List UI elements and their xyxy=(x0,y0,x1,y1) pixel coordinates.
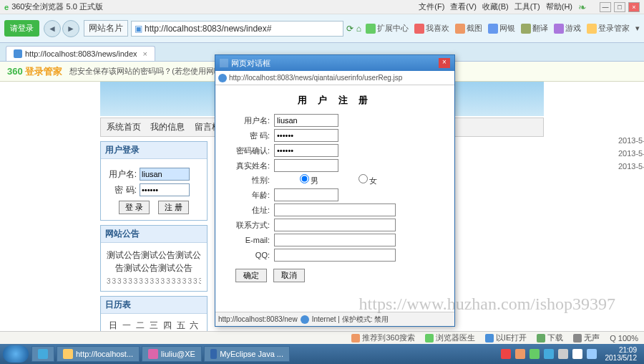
chevron-down-icon: ▾ xyxy=(635,24,640,33)
skin-icon[interactable]: ❧ xyxy=(578,1,587,13)
news-date-3: 2013-5-12 01:02:27 xyxy=(618,162,644,171)
pin-icon xyxy=(351,334,360,343)
refresh-button[interactable]: ⟳ xyxy=(346,24,353,34)
reg-contact-input[interactable] xyxy=(274,219,396,231)
system-tray: 21:09 2013/5/12 xyxy=(501,346,642,362)
tray-icon-3[interactable] xyxy=(530,349,540,359)
sb-zoom[interactable]: Q 100% xyxy=(610,334,638,343)
login-panel: 用户登录 用户名: 密 码: 登 录 注 册 xyxy=(100,141,208,221)
nav-back-button[interactable]: ◄ xyxy=(44,20,61,37)
login-register-button[interactable]: 注 册 xyxy=(158,201,189,214)
reg-age-input[interactable] xyxy=(274,188,338,201)
sb-doctor[interactable]: 浏览器医生 xyxy=(425,332,475,343)
sb-mute[interactable]: 无声 xyxy=(573,332,600,343)
task-eclipse[interactable]: MyEclipse Java ... xyxy=(204,346,290,362)
reg-cancel-button[interactable]: 取消 xyxy=(273,269,305,282)
maximize-button[interactable]: □ xyxy=(614,2,625,12)
reg-gender-male-radio[interactable] xyxy=(300,174,309,183)
dialog-status-url: http://localhost:8083/new xyxy=(218,315,298,323)
browser-statusbar: 推荐到360搜索 浏览器医生 以IE打开 下载 无声 Q 100% xyxy=(0,331,644,344)
minimize-button[interactable]: — xyxy=(600,2,611,12)
start-button[interactable] xyxy=(3,345,29,363)
menu-file[interactable]: 文件(F) xyxy=(419,1,444,12)
reg-gender-male[interactable]: 男 xyxy=(274,174,323,186)
login-panel-header: 用户登录 xyxy=(101,142,207,159)
tray-icon-5[interactable] xyxy=(558,349,568,359)
ext-center-button[interactable]: 扩展中心 xyxy=(366,23,409,34)
sb-download[interactable]: 下载 xyxy=(537,332,563,343)
reg-age-label: 年龄: xyxy=(225,190,274,201)
site-card-button[interactable]: 网站名片 xyxy=(84,20,128,37)
bank-button[interactable]: 网银 xyxy=(488,23,515,34)
nav-forward-button[interactable]: ► xyxy=(62,20,79,37)
translate-button[interactable]: 翻译 xyxy=(521,23,548,34)
reg-realname-input[interactable] xyxy=(274,159,338,172)
more-tools-button[interactable]: ▾ xyxy=(635,24,640,33)
task-ie[interactable] xyxy=(31,346,54,362)
reg-gender-female-radio[interactable] xyxy=(358,174,368,183)
reg-contact-label: 联系方式: xyxy=(225,220,274,231)
tab-label: http://localhost:8083/news/index xyxy=(25,49,137,58)
dialog-close-button[interactable]: × xyxy=(439,58,450,68)
reg-confirm-label: 密码确认: xyxy=(225,145,274,156)
menu-tool[interactable]: 工具(T) xyxy=(514,1,540,12)
login-user-input[interactable] xyxy=(140,168,190,181)
calendar-weekdays: 日一二三四五六 xyxy=(107,320,201,332)
tab-close-icon[interactable]: × xyxy=(143,49,147,58)
game-button[interactable]: 游戏 xyxy=(554,23,581,34)
task-browser[interactable]: http://localhost... xyxy=(57,346,140,362)
reg-pass-input[interactable] xyxy=(274,129,338,142)
address-bar[interactable]: ▣ http://localhost:8083/news/index# xyxy=(131,21,343,37)
login-submit-button[interactable]: 登 录 xyxy=(119,201,150,214)
browser-login-button[interactable]: 请登录 xyxy=(4,20,39,37)
db-task-icon xyxy=(148,349,158,359)
tray-icon-1[interactable] xyxy=(501,349,511,359)
tray-icon-2[interactable] xyxy=(515,349,525,359)
browser-logo-icon: e xyxy=(4,3,9,11)
reg-qq-input[interactable] xyxy=(274,249,396,262)
reg-ok-button[interactable]: 确定 xyxy=(235,269,267,282)
menu-fav[interactable]: 收藏(B) xyxy=(482,1,509,12)
dialog-status-bar: http://localhost:8083/new Internet | 保护模… xyxy=(215,312,454,326)
dialog-titlebar[interactable]: 网页对话框 × xyxy=(215,55,454,71)
tray-icon-4[interactable] xyxy=(544,349,554,359)
tab-page-icon xyxy=(14,49,22,58)
close-button[interactable]: × xyxy=(628,2,640,12)
calendar-header: 日历表 xyxy=(101,297,207,314)
brand-360: 360 登录管家 xyxy=(7,65,62,78)
dialog-address-bar: http://localhost:8083/news/qiantai/useri… xyxy=(215,71,454,85)
like-button[interactable]: 我喜欢 xyxy=(414,23,449,34)
menu-help[interactable]: 帮助(H) xyxy=(546,1,572,12)
reg-confirm-input[interactable] xyxy=(274,144,338,157)
home-button[interactable]: ⌂ xyxy=(356,24,361,34)
reg-user-input[interactable] xyxy=(274,114,338,127)
dialog-status-zone: Internet | 保护模式: 禁用 xyxy=(312,315,389,325)
nav-myinfo[interactable]: 我的信息 xyxy=(150,122,185,132)
login-pass-input[interactable] xyxy=(140,183,190,196)
dialog-icon xyxy=(220,59,228,67)
menu-view[interactable]: 查看(V) xyxy=(450,1,477,12)
nav-home[interactable]: 系统首页 xyxy=(107,122,141,132)
address-text: http://localhost:8083/news/index# xyxy=(145,24,271,34)
register-dialog: 网页对话框 × http://localhost:8083/news/qiant… xyxy=(215,54,455,327)
reg-gender-female[interactable]: 女 xyxy=(333,174,381,186)
reg-addr-input[interactable] xyxy=(274,203,396,216)
sb-pin[interactable]: 推荐到360搜索 xyxy=(351,332,414,343)
doctor-icon xyxy=(425,334,434,343)
download-icon xyxy=(537,334,545,343)
screenshot-button[interactable]: 截图 xyxy=(455,23,482,34)
news-date-2: 2013-5-12 21:04:23 xyxy=(618,149,644,158)
login-pass-label: 密 码: xyxy=(107,184,137,196)
tray-icon-7[interactable] xyxy=(587,349,597,359)
dialog-url: http://localhost:8083/news/qiantai/useri… xyxy=(229,74,402,82)
login-mgr-button[interactable]: 登录管家 xyxy=(587,23,630,34)
page-icon: ▣ xyxy=(135,24,142,34)
tab-active[interactable]: http://localhost:8083/news/index × xyxy=(6,46,155,61)
task-db[interactable]: liuliu@XE xyxy=(142,346,202,362)
reg-email-input[interactable] xyxy=(274,234,396,246)
tray-icon-6[interactable] xyxy=(572,349,582,359)
news-date-1: 2013-5-12 21:05:14 xyxy=(618,136,644,145)
sb-ie-open[interactable]: 以IE打开 xyxy=(485,332,527,343)
browser-title: 360安全浏览器 5.0 正式版 xyxy=(11,1,103,12)
tray-clock[interactable]: 21:09 2013/5/12 xyxy=(601,346,642,362)
